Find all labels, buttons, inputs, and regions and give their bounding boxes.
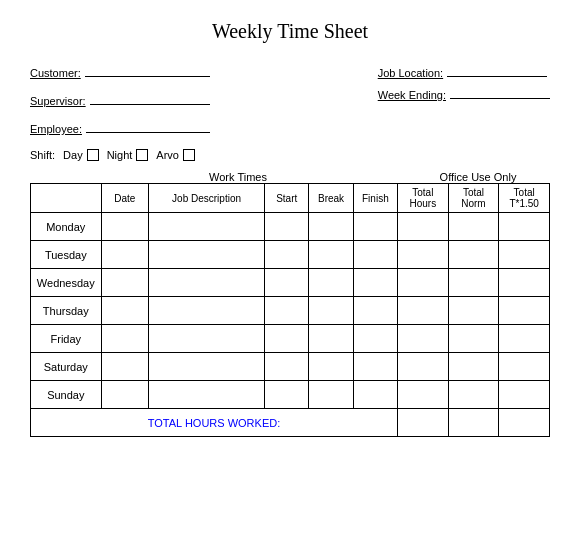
data-cell[interactable] [448,353,499,381]
customer-input[interactable] [85,63,210,77]
shift-row: Shift: Day Night Arvo [30,149,550,161]
job-location-label: Job Location: [378,67,443,79]
section-headers: Work Times Office Use Only [30,171,550,183]
data-cell[interactable] [265,381,309,409]
fields-section: Customer: Supervisor: Employee: Job Loca… [30,63,550,141]
data-cell[interactable] [265,269,309,297]
data-cell[interactable] [353,241,397,269]
office-use-header: Office Use Only [406,171,550,183]
data-cell[interactable] [499,241,550,269]
data-cell[interactable] [149,353,265,381]
day-label: Saturday [31,353,102,381]
left-fields: Customer: Supervisor: Employee: [30,63,240,141]
data-cell[interactable] [353,213,397,241]
data-cell[interactable] [499,325,550,353]
job-location-row: Job Location: [378,63,550,79]
data-cell[interactable] [309,269,353,297]
data-cell[interactable] [353,297,397,325]
data-cell[interactable] [309,241,353,269]
data-cell[interactable] [265,297,309,325]
data-cell[interactable] [149,241,265,269]
data-cell[interactable] [353,269,397,297]
data-cell[interactable] [309,381,353,409]
data-cell[interactable] [265,213,309,241]
employee-input[interactable] [86,119,210,133]
table-row: Wednesday [31,269,550,297]
day-label: Thursday [31,297,102,325]
shift-arvo-label: Arvo [156,149,179,161]
week-ending-input[interactable] [450,85,550,99]
data-cell[interactable] [499,297,550,325]
data-cell[interactable] [398,297,449,325]
table-row: Sunday [31,381,550,409]
work-times-header: Work Times [30,171,406,183]
data-cell[interactable] [101,213,148,241]
data-cell[interactable] [309,213,353,241]
data-cell[interactable] [398,213,449,241]
table-row: Monday [31,213,550,241]
total-value-cell[interactable] [398,409,449,437]
shift-night-option[interactable]: Night [107,149,149,161]
shift-day-checkbox[interactable] [87,149,99,161]
header-total-hours: Total Hours [398,184,449,213]
data-cell[interactable] [499,269,550,297]
data-cell[interactable] [101,269,148,297]
data-cell[interactable] [149,297,265,325]
data-cell[interactable] [149,213,265,241]
data-cell[interactable] [101,353,148,381]
shift-night-checkbox[interactable] [136,149,148,161]
data-cell[interactable] [265,353,309,381]
data-cell[interactable] [265,325,309,353]
header-total-t150: Total T*1.50 [499,184,550,213]
data-cell[interactable] [101,241,148,269]
data-cell[interactable] [149,325,265,353]
shift-arvo-checkbox[interactable] [183,149,195,161]
supervisor-row: Supervisor: [30,91,240,107]
data-cell[interactable] [448,297,499,325]
header-job-description: Job Description [149,184,265,213]
total-value-cell[interactable] [448,409,499,437]
data-cell[interactable] [149,381,265,409]
total-value-cell[interactable] [499,409,550,437]
data-cell[interactable] [398,325,449,353]
customer-row: Customer: [30,63,240,79]
right-fields: Job Location: Week Ending: [378,63,550,141]
day-label: Tuesday [31,241,102,269]
header-start: Start [265,184,309,213]
data-cell[interactable] [448,269,499,297]
data-cell[interactable] [353,353,397,381]
data-cell[interactable] [101,297,148,325]
data-cell[interactable] [309,353,353,381]
data-cell[interactable] [499,381,550,409]
data-cell[interactable] [398,353,449,381]
day-label: Sunday [31,381,102,409]
table-row: Thursday [31,297,550,325]
data-cell[interactable] [499,213,550,241]
employee-label: Employee: [30,123,82,135]
day-label: Monday [31,213,102,241]
data-cell[interactable] [149,269,265,297]
job-location-input[interactable] [447,63,547,77]
data-cell[interactable] [398,269,449,297]
data-cell[interactable] [499,353,550,381]
data-cell[interactable] [101,325,148,353]
data-cell[interactable] [448,381,499,409]
data-cell[interactable] [448,325,499,353]
data-cell[interactable] [309,297,353,325]
data-cell[interactable] [101,381,148,409]
table-row: Saturday [31,353,550,381]
data-cell[interactable] [309,325,353,353]
data-cell[interactable] [448,213,499,241]
data-cell[interactable] [353,325,397,353]
shift-arvo-option[interactable]: Arvo [156,149,195,161]
supervisor-label: Supervisor: [30,95,86,107]
data-cell[interactable] [398,241,449,269]
data-cell[interactable] [448,241,499,269]
shift-night-label: Night [107,149,133,161]
data-cell[interactable] [265,241,309,269]
data-cell[interactable] [398,381,449,409]
supervisor-input[interactable] [90,91,210,105]
shift-day-option[interactable]: Day [63,149,99,161]
data-cell[interactable] [353,381,397,409]
header-date: Date [101,184,148,213]
